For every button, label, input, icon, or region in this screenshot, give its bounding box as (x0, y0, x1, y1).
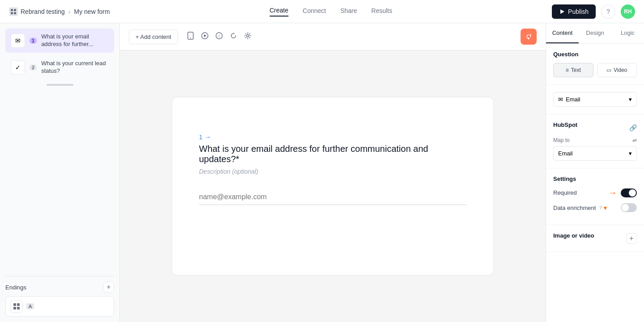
add-content-label: + Add content (136, 33, 171, 40)
svg-point-10 (190, 38, 191, 38)
tab-share[interactable]: Share (340, 7, 357, 16)
nav-left: Rebrand testing › My new form (9, 7, 110, 16)
email-type-section: ✉ Email ▾ (546, 85, 644, 114)
svg-rect-3 (14, 12, 16, 14)
image-video-section: Image or video + (546, 225, 644, 252)
question-section-title: Question (553, 51, 637, 58)
svg-marker-4 (560, 9, 564, 14)
sidebar: ✉ 1 What is your email address for furth… (0, 23, 120, 322)
breadcrumb-separator: › (68, 8, 71, 15)
dropdown-icon: ✓ (11, 60, 25, 75)
canvas: 1 → What is your email address for furth… (120, 50, 546, 322)
required-label: Required (553, 189, 577, 196)
refresh-icon[interactable] (230, 32, 237, 41)
sidebar-item-num-1: 1 (30, 38, 37, 44)
exchange-icon: ⇌ (632, 137, 637, 143)
svg-point-18 (530, 34, 531, 35)
mobile-icon[interactable] (187, 32, 194, 42)
svg-point-19 (528, 38, 530, 39)
email-icon: ✉ (11, 33, 25, 48)
required-toggle-wrap: → (608, 188, 637, 198)
sidebar-item-label-1: What is your email address for further..… (41, 33, 109, 48)
play-toolbar-icon[interactable] (201, 32, 208, 41)
avatar: RH (621, 4, 635, 19)
map-to-dropdown[interactable]: Email ▾ (553, 146, 637, 161)
nav-tabs: Create Connect Share Results (270, 7, 392, 17)
map-to-chevron-icon: ▾ (629, 150, 632, 157)
svg-point-16 (246, 35, 249, 37)
editor-area: + Add content (120, 23, 546, 322)
email-input[interactable] (199, 189, 466, 205)
main-layout: ✉ 1 What is your email address for furth… (0, 23, 644, 322)
form-card: 1 → What is your email address for furth… (172, 97, 494, 276)
map-to-label: Map to (553, 137, 570, 143)
brand-name: Rebrand testing (21, 8, 65, 15)
data-enrichment-toggle[interactable] (621, 203, 637, 212)
tab-design[interactable]: Design (579, 23, 611, 43)
svg-rect-8 (17, 307, 20, 309)
panel-tabs: Content Design Logic (546, 23, 644, 44)
qtype-video-button[interactable]: ▭ Video (597, 63, 637, 77)
hubspot-section: HubSpot 🔗 Map to ⇌ Email ▾ (546, 114, 644, 168)
email-type-dropdown[interactable]: ✉ Email ▾ (553, 92, 637, 107)
tab-content[interactable]: Content (546, 23, 579, 43)
sidebar-item-1[interactable]: ✉ 1 What is your email address for furth… (5, 29, 114, 53)
hubspot-link-icon: 🔗 (629, 124, 637, 131)
data-enrichment-info-icon: ? (599, 205, 602, 210)
svg-rect-5 (13, 303, 16, 306)
heart-icon: ♥ (604, 205, 607, 211)
gear-icon[interactable] (244, 32, 251, 41)
endings-label: Endings (5, 284, 26, 291)
image-video-add-button[interactable]: + (626, 233, 637, 244)
chevron-down-icon: ▾ (629, 96, 632, 103)
svg-rect-6 (17, 303, 20, 306)
sidebar-item-label-2: What is your current lead status? (41, 60, 109, 75)
endings-item-icon (10, 300, 23, 313)
add-content-button[interactable]: + Add content (129, 29, 178, 44)
video-type-label: Video (614, 67, 627, 73)
sidebar-item-num-2: 2 (30, 64, 37, 71)
qtype-text-button[interactable]: ≡ Text (553, 63, 593, 77)
question-number: 1 (199, 134, 203, 141)
svg-marker-12 (204, 34, 207, 37)
question-text: What is your email address for further c… (199, 144, 466, 164)
settings-title: Settings (553, 176, 637, 182)
tab-connect[interactable]: Connect (303, 7, 326, 16)
sidebar-item-2[interactable]: ✓ 2 What is your current lead status? (5, 55, 114, 79)
info-icon[interactable]: i (216, 32, 223, 41)
scroll-indicator (47, 84, 73, 86)
endings-badge: A (26, 303, 34, 309)
svg-rect-1 (14, 9, 16, 11)
endings-add-button[interactable]: + (103, 282, 114, 293)
tab-logic[interactable]: Logic (611, 23, 644, 43)
toolbar: + Add content (120, 23, 546, 50)
svg-rect-0 (11, 9, 13, 11)
help-icon: ? (606, 8, 610, 15)
nav-right: Publish ? RH (552, 4, 635, 19)
email-dropdown-icon: ✉ (558, 96, 563, 103)
map-to-row: Map to ⇌ (553, 137, 637, 143)
help-button[interactable]: ? (601, 4, 615, 19)
publish-button[interactable]: Publish (552, 4, 596, 19)
data-enrichment-row: Data enrichment ? ♥ (553, 203, 637, 212)
svg-rect-2 (11, 12, 13, 14)
video-icon: ▭ (606, 67, 611, 73)
right-panel: Content Design Logic Question ≡ Text ▭ V… (546, 23, 644, 322)
email-select-inner: ✉ Email (558, 96, 580, 103)
text-lines-icon: ≡ (566, 67, 569, 73)
top-nav: Rebrand testing › My new form Create Con… (0, 0, 644, 23)
question-number-row: 1 → (199, 133, 466, 141)
svg-marker-15 (233, 33, 235, 34)
endings-header: Endings + (5, 282, 114, 293)
tab-create[interactable]: Create (270, 7, 288, 17)
endings-item[interactable]: A (5, 296, 114, 317)
hubspot-header: HubSpot 🔗 (553, 121, 637, 134)
svg-rect-7 (13, 307, 16, 309)
hubspot-button[interactable] (521, 29, 537, 45)
hubspot-icon (525, 33, 533, 41)
required-toggle[interactable] (621, 188, 637, 197)
tab-results[interactable]: Results (371, 7, 392, 16)
toolbar-left: + Add content (129, 29, 251, 44)
required-row: Required → (553, 188, 637, 198)
image-video-row: Image or video + (553, 232, 637, 244)
